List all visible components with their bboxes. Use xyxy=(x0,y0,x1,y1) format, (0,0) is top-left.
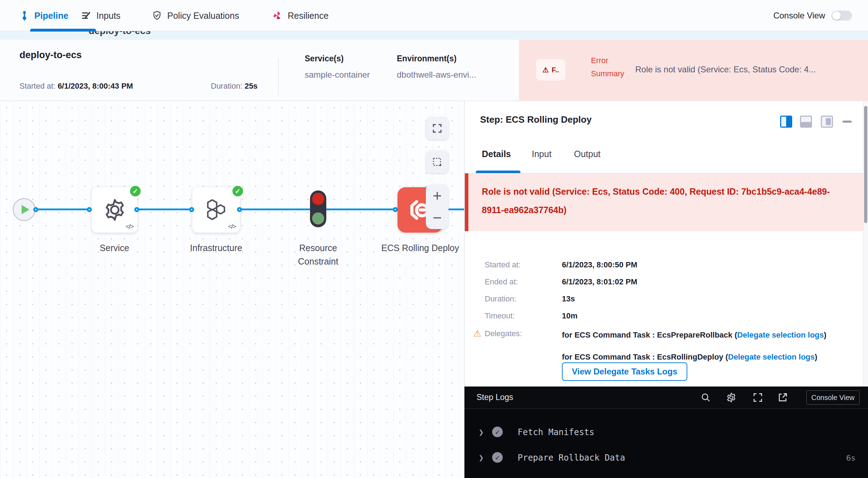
layout-floating-panel-icon[interactable] xyxy=(821,116,833,128)
inputs-icon xyxy=(81,10,91,21)
node-service[interactable]: ✓ </> xyxy=(92,187,137,233)
layout-bottom-panel-icon[interactable] xyxy=(800,116,812,128)
edge-connector-dot[interactable] xyxy=(87,207,92,212)
detail-duration-value: 13s xyxy=(562,294,575,304)
services-block: Service(s) sample-container xyxy=(305,54,370,80)
yaml-code-glyph: </> xyxy=(228,223,236,230)
node-infrastructure[interactable]: ✓ </> xyxy=(192,187,240,233)
log-row-fetch-manifests[interactable]: ❯ ✓ Fetch Manifests xyxy=(464,424,868,441)
detail-timeout-label: Timeout: xyxy=(485,311,515,321)
resilience-icon xyxy=(272,10,283,21)
zoom-out-button[interactable]: − xyxy=(433,210,442,226)
logs-console-view-button[interactable]: Console View xyxy=(806,390,859,405)
warning-icon: ⚠ xyxy=(542,66,549,74)
edge-connector-dot[interactable] xyxy=(33,207,38,212)
tab-resilience-label: Resilience xyxy=(288,11,328,21)
traffic-light-red xyxy=(312,193,324,205)
tab-pipeline-label: Pipeline xyxy=(34,11,68,21)
node-resource-constraint-label: Resource Constraint xyxy=(279,241,357,268)
toggle-knob xyxy=(832,11,841,20)
delegate-2-selection-logs-link[interactable]: Delegate selection logs xyxy=(728,352,815,361)
step-details-panel: Step: ECS Rolling Deploy Details Input O… xyxy=(464,101,868,387)
delegate-1-selection-logs-link[interactable]: Delegate selection logs xyxy=(737,330,824,339)
detail-started-value: 6/1/2023, 8:00:50 PM xyxy=(562,260,637,269)
duration-label: Duration: xyxy=(211,82,244,90)
search-icon[interactable] xyxy=(700,392,711,403)
detail-started-label: Started at: xyxy=(485,260,521,269)
delegate-1-close: ) xyxy=(824,330,826,339)
log-step-name: Prepare Rollback Data xyxy=(518,453,625,463)
traffic-light-green xyxy=(312,212,324,224)
pipeline-canvas[interactable]: ✓ </> Service ✓ </> Infrastructure Resou… xyxy=(0,101,464,478)
tab-input[interactable]: Input xyxy=(532,149,552,159)
success-badge: ✓ xyxy=(130,186,141,196)
node-resource-constraint[interactable] xyxy=(310,190,326,227)
edge-connector-dot[interactable] xyxy=(393,207,398,212)
pipeline-execution-screen: Pipeline Inputs Policy Evaluations Resil… xyxy=(0,0,868,478)
start-node[interactable] xyxy=(13,198,35,221)
log-row-prepare-rollback-data[interactable]: ❯ ✓ Prepare Rollback Data 6s xyxy=(464,449,868,466)
environments-value[interactable]: dbothwell-aws-envi... xyxy=(397,70,476,80)
tab-policy-evaluations[interactable]: Policy Evaluations xyxy=(152,0,239,31)
tab-inputs[interactable]: Inputs xyxy=(81,0,120,31)
node-service-label: Service xyxy=(75,241,153,255)
detail-duration-label: Duration: xyxy=(485,294,516,304)
expand-icon[interactable] xyxy=(752,392,763,403)
detail-delegates-label: Delegates: xyxy=(485,329,522,338)
yaml-code-glyph: </> xyxy=(126,223,133,230)
tab-details[interactable]: Details xyxy=(482,149,511,159)
duration-value: 25s xyxy=(244,82,258,90)
status-badge: ⚠ F.. xyxy=(536,59,565,80)
console-view-toggle[interactable] xyxy=(832,11,852,21)
step-logs-panel: Step Logs Console View ❯ ✓ Fetch Manifes… xyxy=(464,387,868,478)
tab-output[interactable]: Output xyxy=(574,149,601,159)
layout-right-panel-icon[interactable] xyxy=(780,116,792,128)
minimize-panel-icon[interactable] xyxy=(842,121,852,123)
environments-label: Environment(s) xyxy=(397,54,476,63)
delegates-warning-icon: ⚠ xyxy=(473,328,481,339)
tab-pipeline[interactable]: Pipeline xyxy=(19,0,68,31)
log-step-name: Fetch Manifests xyxy=(518,427,594,437)
status-badge-label: F.. xyxy=(552,66,559,74)
view-delegate-tasks-logs-button[interactable]: View Delegate Tasks Logs xyxy=(562,362,687,381)
zoom-in-button[interactable]: + xyxy=(433,188,442,204)
canvas-select-button[interactable] xyxy=(426,151,449,173)
pipeline-icon xyxy=(19,10,29,21)
tab-resilience[interactable]: Resilience xyxy=(272,0,328,31)
clipped-pipeline-title: deploy-to-ecs xyxy=(89,31,151,37)
scrolled-content-strip: deploy-to-ecs xyxy=(0,31,868,40)
fullscreen-icon xyxy=(432,123,443,134)
tab-inputs-label: Inputs xyxy=(96,11,120,21)
tab-policy-evaluations-label: Policy Evaluations xyxy=(167,11,239,21)
open-external-icon[interactable] xyxy=(777,392,788,403)
edge-connector-dot[interactable] xyxy=(134,207,139,212)
scrollbar-thumb[interactable] xyxy=(864,106,867,223)
marquee-select-icon xyxy=(432,156,443,168)
chevron-right-icon[interactable]: ❯ xyxy=(479,427,484,437)
environments-block: Environment(s) dbothwell-aws-envi... xyxy=(397,54,476,80)
edge-connector-dot[interactable] xyxy=(237,207,242,212)
delegate-2-text: for ECS Command Task : EcsRollingDeploy … xyxy=(562,352,728,361)
node-infrastructure-label: Infrastructure xyxy=(177,241,255,255)
execution-header: deploy-to-ecs Started at: 6/1/2023, 8:00… xyxy=(0,40,868,101)
detail-ended-value: 6/1/2023, 8:01:02 PM xyxy=(562,277,637,287)
panel-scrollbar xyxy=(863,101,868,387)
top-nav: Pipeline Inputs Policy Evaluations Resil… xyxy=(0,0,868,31)
console-view-control: Console View xyxy=(773,0,852,31)
error-summary-label: Error Summary xyxy=(591,54,639,80)
success-badge: ✓ xyxy=(232,186,243,196)
step-error-banner: Role is not valid (Service: Ecs, Status … xyxy=(465,173,863,231)
gear-icon[interactable] xyxy=(726,392,737,403)
log-success-icon: ✓ xyxy=(492,427,503,437)
error-summary-region: ⚠ F.. Error Summary Role is not valid (S… xyxy=(519,40,868,101)
services-value[interactable]: sample-container xyxy=(305,70,370,80)
detail-timeout-value: 10m xyxy=(562,311,577,321)
chevron-right-icon[interactable]: ❯ xyxy=(479,453,484,463)
started-at-label: Started at: xyxy=(19,82,58,90)
step-logs-title: Step Logs xyxy=(477,393,513,402)
step-logs-header: Step Logs Console View xyxy=(464,387,868,409)
gear-icon xyxy=(102,197,128,223)
edge-connector-dot[interactable] xyxy=(189,207,194,212)
header-divider xyxy=(278,58,278,95)
canvas-fit-view-button[interactable] xyxy=(426,117,449,140)
